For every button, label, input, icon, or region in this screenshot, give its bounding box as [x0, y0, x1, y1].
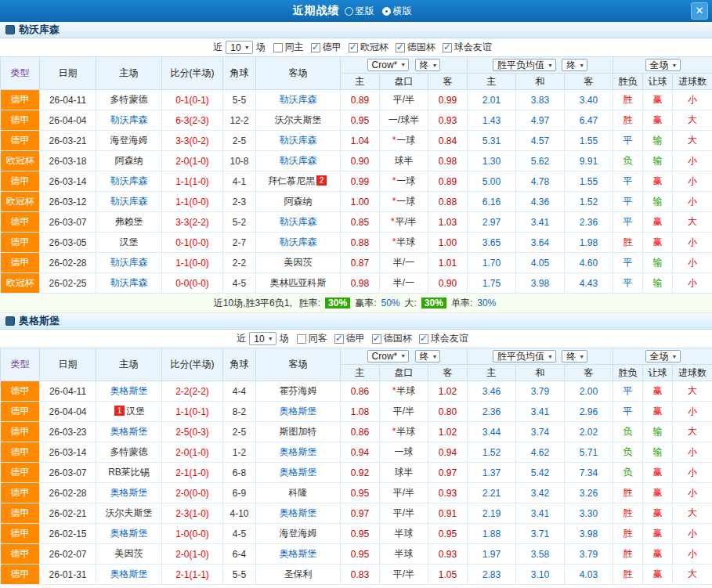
date-cell: 26-04-11 [40, 90, 96, 110]
avg-home-cell: 2.83 [468, 565, 516, 585]
date-cell: 26-03-07 [40, 463, 96, 483]
team-name: 沃尔夫斯堡 [106, 507, 153, 518]
away-odds-cell: 1.01 [428, 253, 468, 273]
checkbox-checked-icon[interactable] [443, 43, 452, 52]
away-team-cell: 奥林匹亚科斯 [256, 273, 341, 294]
goals-result-cell: 大 [673, 503, 712, 524]
date-cell: 26-02-21 [40, 503, 96, 524]
odds-group-header: Crow*▼ 终▼ [341, 57, 468, 74]
odds-final-select[interactable]: 终▼ [415, 59, 441, 71]
results-tbody-1: 德甲26-04-11奥格斯堡2-2(2-2)4-4霍芬海姆0.86*半球1.02… [1, 381, 712, 585]
home-odds-cell: 0.90 [341, 151, 380, 171]
checkbox-checked-icon[interactable] [396, 43, 405, 52]
table-row: 德甲26-03-07RB莱比锡2-1(1-0)6-8奥格斯堡0.92球半0.97… [1, 463, 712, 483]
avg-select[interactable]: 胜平负均值▼ [493, 350, 556, 363]
home-odds-cell: 0.95 [341, 110, 380, 131]
result-cell: 胜 [613, 524, 643, 544]
close-button[interactable]: ✕ [691, 2, 708, 20]
layout-radio[interactable]: 竖版 [345, 5, 374, 18]
corner-cell: 1-2 [223, 442, 256, 463]
chevron-down-icon: ▼ [579, 354, 584, 359]
league-type-cell: 德甲 [1, 212, 40, 233]
away-team-cell: 勒沃库森 [256, 90, 341, 110]
avg-home-cell: 1.70 [468, 253, 516, 273]
team-name: 沃尔夫斯堡 [275, 114, 322, 125]
avg-home-cell: 3.46 [468, 381, 516, 402]
chevron-down-icon: ▼ [268, 336, 273, 341]
avg-home-cell: 6.16 [468, 192, 516, 212]
away-team-cell: 沃尔夫斯堡 [256, 110, 341, 131]
col-home: 主场 [96, 57, 162, 90]
away-team-cell: 阿森纳 [256, 192, 341, 212]
filter-checkbox[interactable]: 德国杯 [396, 41, 436, 54]
avg-final-select[interactable]: 终▼ [562, 59, 587, 71]
home-team-cell: RB莱比锡 [96, 463, 162, 483]
team-name: 多特蒙德 [110, 446, 148, 457]
home-odds-cell: 1.04 [341, 131, 380, 151]
filter-checkbox[interactable]: 同主 [273, 41, 304, 54]
checkbox-checked-icon[interactable] [372, 334, 381, 344]
odds-final-select[interactable]: 终▼ [415, 350, 441, 363]
handicap-cell: 平/半 [380, 565, 428, 585]
filter-checkbox[interactable]: 球会友谊 [419, 332, 468, 345]
radio-label: 竖版 [356, 5, 374, 18]
checkbox-unchecked-icon[interactable] [297, 334, 306, 344]
filter-checkbox[interactable]: 德甲 [334, 332, 365, 345]
date-cell: 26-03-18 [40, 151, 96, 171]
result-cell: 胜 [613, 565, 643, 585]
date-cell: 26-02-15 [40, 524, 96, 544]
team-name: 多特蒙德 [110, 94, 148, 105]
handicap-cell: *一球 [380, 171, 428, 192]
team-name: 奥格斯堡 [110, 385, 148, 396]
avg-home-cell: 1.30 [468, 151, 516, 171]
checkbox-checked-icon[interactable] [334, 334, 344, 344]
results-table: 类型 日期 主场 比分(半场) 角球 客场 Crow*▼ 终▼ 胜平负均值▼ 终… [0, 348, 712, 585]
league-type-cell: 德甲 [1, 442, 40, 463]
let-result-cell: 赢 [643, 110, 673, 131]
handicap-cell: *半球 [380, 422, 428, 442]
filter-checkbox[interactable]: 同客 [297, 332, 327, 345]
team-name: 奥格斯堡 [280, 467, 317, 478]
checkbox-checked-icon[interactable] [419, 334, 428, 344]
match-count-select[interactable]: 10▼ [226, 41, 252, 54]
score-cell: 0-1(0-0) [162, 233, 223, 253]
scope-select[interactable]: 全场▼ [645, 350, 681, 363]
avg-final-select[interactable]: 终▼ [562, 350, 587, 363]
avg-draw-cell: 3.71 [516, 524, 565, 544]
date-cell: 26-04-11 [40, 381, 96, 402]
home-odds-cell: 0.92 [341, 463, 380, 483]
odds-source-select[interactable]: Crow*▼ [367, 350, 410, 363]
layout-radio[interactable]: 横版 [382, 5, 412, 18]
home-team-cell: 海登海姆 [96, 131, 162, 151]
scope-select[interactable]: 全场▼ [645, 59, 681, 71]
let-result-cell: 输 [643, 422, 673, 442]
table-row: 德甲26-02-28奥格斯堡2-0(0-0)6-9科隆0.95平/半0.932.… [1, 483, 712, 503]
result-cell: 胜 [613, 544, 643, 565]
checkbox-checked-icon[interactable] [311, 43, 320, 52]
avg-select[interactable]: 胜平负均值▼ [493, 59, 556, 71]
home-team-cell: 弗赖堡 [96, 212, 162, 233]
league-type-cell: 德甲 [1, 524, 40, 544]
filter-checkbox[interactable]: 欧冠杯 [349, 41, 389, 54]
score-cell: 2-2(2-2) [162, 381, 223, 402]
checkbox-unchecked-icon[interactable] [273, 43, 283, 52]
home-odds-cell: 0.99 [341, 171, 380, 192]
avg-draw-cell: 3.98 [516, 273, 565, 294]
filter-checkbox[interactable]: 球会友谊 [443, 41, 492, 54]
filter-checkbox[interactable]: 德甲 [311, 41, 342, 54]
handicap-text: 半球 [396, 385, 415, 396]
league-type-cell: 德甲 [1, 422, 40, 442]
handicap-text: 半/一 [393, 277, 414, 288]
filter-checkbox[interactable]: 德国杯 [372, 332, 412, 345]
col-avg-draw: 和 [516, 74, 565, 90]
home-team-cell: 多特蒙德 [96, 90, 162, 110]
table-row: 德甲26-01-31奥格斯堡2-1(1-1)5-5圣保利0.83平/半1.052… [1, 565, 712, 585]
avg-draw-cell: 4.05 [516, 253, 565, 273]
match-count-select[interactable]: 10▼ [249, 332, 276, 345]
col-type: 类型 [1, 348, 40, 381]
checkbox-checked-icon[interactable] [349, 43, 358, 52]
goals-result-cell: 小 [673, 402, 712, 422]
team-name: 奥格斯堡 [280, 446, 317, 457]
home-team-cell: 勒沃库森 [96, 171, 162, 192]
odds-source-select[interactable]: Crow*▼ [367, 59, 410, 71]
